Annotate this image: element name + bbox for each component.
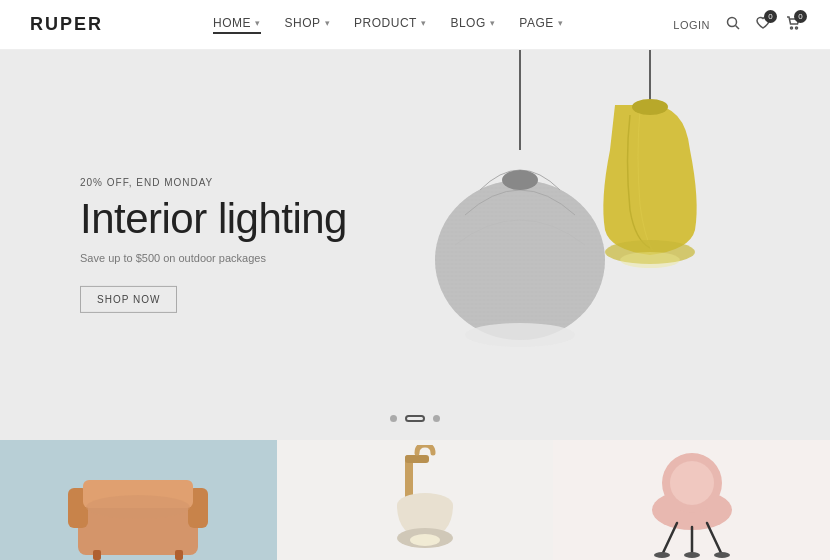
search-icon[interactable] [726,16,740,33]
product-thumb-1[interactable] [0,440,277,560]
hero-subtitle: Save up to $500 on outdoor packages [80,252,347,264]
svg-line-30 [707,523,722,555]
chevron-down-icon: ▾ [421,18,427,28]
product-thumb-2[interactable] [277,440,554,560]
svg-line-29 [662,523,677,555]
svg-point-32 [654,552,670,558]
svg-point-18 [86,495,190,519]
hero-lamps-illustration [290,50,770,430]
chevron-down-icon: ▾ [255,18,261,28]
svg-rect-20 [175,550,183,560]
svg-point-2 [791,27,793,29]
slider-dot-3[interactable] [433,415,440,422]
chevron-down-icon: ▾ [325,18,331,28]
svg-point-33 [714,552,730,558]
nav-links: HOME ▾ SHOP ▾ PRODUCT ▾ BLOG ▾ PAGE [213,16,563,34]
nav-item-blog[interactable]: BLOG ▾ [450,16,495,34]
svg-point-0 [728,18,737,27]
wishlist-icon[interactable]: 0 [756,16,770,33]
cart-icon[interactable]: 0 [786,16,800,33]
nav-item-page[interactable]: PAGE ▾ [519,16,563,34]
nav-right: LOGIN 0 0 [673,16,800,33]
svg-point-25 [410,534,440,546]
wishlist-badge: 0 [764,10,777,23]
svg-point-9 [502,170,538,190]
hero-section: 20% OFF, END MONDAY Interior lighting Sa… [0,50,830,440]
shop-now-button[interactable]: SHOP NOW [80,286,177,313]
slider-dot-2[interactable] [405,415,425,422]
slider-dots [390,415,440,422]
svg-point-34 [684,552,700,558]
brand-logo[interactable]: RUPER [30,14,103,35]
hero-text-block: 20% OFF, END MONDAY Interior lighting Sa… [80,177,347,313]
nav-item-home[interactable]: HOME ▾ [213,16,261,34]
hero-title: Interior lighting [80,196,347,242]
svg-point-11 [620,252,680,268]
svg-rect-19 [93,550,101,560]
chevron-down-icon: ▾ [490,18,496,28]
svg-point-8 [465,323,575,347]
svg-point-12 [632,99,668,115]
svg-rect-22 [405,455,429,463]
nav-item-product[interactable]: PRODUCT ▾ [354,16,426,34]
product-thumb-3[interactable] [553,440,830,560]
nav-item-shop[interactable]: SHOP ▾ [285,16,331,34]
cart-badge: 0 [794,10,807,23]
svg-point-28 [670,461,714,505]
hero-promo: 20% OFF, END MONDAY [80,177,347,188]
login-button[interactable]: LOGIN [673,19,710,31]
slider-dot-1[interactable] [390,415,397,422]
svg-line-1 [736,26,740,30]
svg-point-7 [435,180,605,340]
chevron-down-icon: ▾ [558,18,564,28]
products-row [0,440,830,560]
navbar: RUPER HOME ▾ SHOP ▾ PRODUCT ▾ BLOG ▾ [0,0,830,50]
svg-point-3 [796,27,798,29]
